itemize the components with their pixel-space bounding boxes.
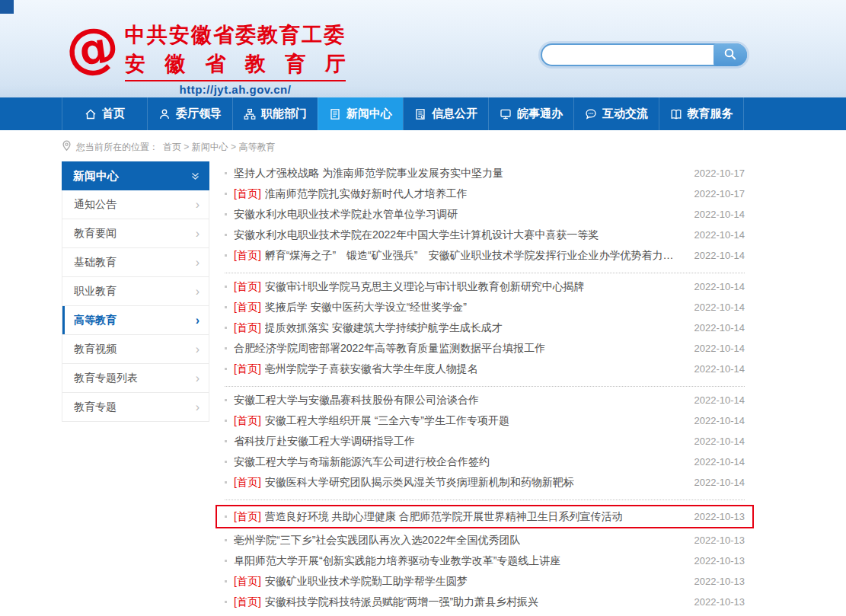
news-date: 2022-10-14 [694,456,745,468]
sidebar-item-label: 教育要闻 [74,227,117,241]
news-date: 2022-10-14 [694,322,745,334]
nav-item-departments[interactable]: 职能部门 [232,97,318,130]
news-link[interactable]: [首页]奖掖后学 安徽中医药大学设立“经世奖学金” [234,301,681,314]
logo-line2: 安徽省教育厅 [125,50,346,81]
breadcrumb-separator: > [181,142,192,152]
sidebar: 新闻中心 通知公告›教育要闻›基础教育›职业教育›高等教育›教育视频›教育专题列… [62,161,209,616]
nav-item-wanshitong[interactable]: 皖事通办 [488,97,573,130]
nav-item-news-center[interactable]: 新闻中心 [318,97,403,130]
breadcrumb-link[interactable]: 高等教育 [238,142,275,152]
news-link[interactable]: [首页]亳州学院学子喜获安徽省大学生年度人物提名 [234,362,681,376]
breadcrumb-link[interactable]: 新闻中心 [192,142,228,152]
news-title: 安徽矿业职业技术学院勤工助学帮学生圆梦 [265,575,468,589]
news-row: [首页]提质效抓落实 安徽建筑大学持续护航学生成长成才2022-10-14 [225,318,745,338]
news-title: 安徽科技学院科技特派员赋能“两增一强”助力萧县乡村振兴 [265,595,538,609]
bullet-icon [225,327,227,329]
news-row: 安徽工程大学与安徽晶赛科技股份有限公司洽谈合作2022-10-14 [225,390,745,410]
sidebar-item-职业教育[interactable]: 职业教育› [62,277,209,306]
chevron-right-icon: › [196,285,200,298]
nav-item-home[interactable]: 首页 [62,97,147,130]
sidebar-item-label: 通知公告 [74,198,117,212]
sidebar-item-教育要闻[interactable]: 教育要闻› [62,219,209,248]
news-link[interactable]: 安徽水利水电职业技术学院在2022年中国大学生计算机设计大赛中喜获一等奖 [234,228,681,242]
news-link[interactable]: [首页]安徽医科大学研究团队揭示类风湿关节炎病理新机制和药物新靶标 [234,476,681,490]
news-row: 安徽工程大学与奇瑞新能源汽车公司进行校企合作签约2022-10-14 [225,452,745,472]
logo-line2-char: 徽 [165,50,186,78]
sidebar-item-教育专题[interactable]: 教育专题› [62,393,209,422]
bullet-icon [225,193,227,195]
home-icon [85,108,97,120]
news-link[interactable]: 阜阳师范大学开展“创新实践能力培养驱动专业教学改革”专题线上讲座 [234,554,681,568]
news-date: 2022-10-14 [694,209,745,220]
content: 新闻中心 通知公告›教育要闻›基础教育›职业教育›高等教育›教育视频›教育专题列… [62,161,846,616]
news-date: 2022-10-14 [694,281,745,292]
breadcrumb-link[interactable]: 首页 [163,142,181,152]
bullet-icon [225,440,227,442]
sidebar-item-通知公告[interactable]: 通知公告› [62,190,209,219]
bullet-icon [225,286,227,288]
news-title: 安徽医科大学研究团队揭示类风湿关节炎病理新机制和药物新靶标 [265,476,574,490]
nav-item-label: 互动交流 [602,107,648,121]
monitor-icon [500,108,512,120]
bullet-icon [225,234,227,236]
sidebar-item-基础教育[interactable]: 基础教育› [62,248,209,277]
news-link[interactable]: 合肥经济学院周密部署2022年高等教育质量监测数据平台填报工作 [234,342,681,356]
search-input[interactable] [542,45,715,65]
news-link[interactable]: [首页]淮南师范学院扎实做好新时代人才培养工作 [234,187,681,201]
news-link[interactable]: 坚持人才强校战略 为淮南师范学院事业发展夯实中坚力量 [234,167,681,180]
sidebar-item-高等教育[interactable]: 高等教育› [62,306,209,335]
nav-item-leaders[interactable]: 委厅领导 [147,97,232,130]
chevron-right-icon: › [196,227,200,241]
news-title: 亳州学院“三下乡”社会实践团队再次入选2022年全国优秀团队 [234,534,520,547]
nav-item-edu-service[interactable]: 教育服务 [659,97,744,130]
sidebar-item-教育专题列表[interactable]: 教育专题列表› [62,364,209,393]
news-link[interactable]: 省科技厅赴安徽工程大学调研指导工作 [234,435,681,448]
news-link[interactable]: 亳州学院“三下乡”社会实践团队再次入选2022年全国优秀团队 [234,534,681,547]
chat-icon [585,108,597,120]
nav-item-interaction[interactable]: 互动交流 [573,97,659,130]
front-page-tag: [首页] [234,476,261,490]
news-date: 2022-10-13 [694,535,745,546]
sidebar-title: 新闻中心 [73,169,119,184]
breadcrumb-prefix: 您当前所在的位置： [76,141,158,154]
nav-item-info-public[interactable]: 信息公开 [403,97,488,130]
search-button[interactable] [714,43,747,66]
news-link[interactable]: [首页]营造良好环境 共助心理健康 合肥师范学院开展世界精神卫生日系列宣传活动 [234,510,681,524]
sidebar-header-news-center[interactable]: 新闻中心 [62,161,209,190]
double-chevron-down-icon [190,171,200,181]
news-link[interactable]: [首页]安徽审计职业学院马克思主义理论与审计职业教育创新研究中心揭牌 [234,280,681,294]
news-link[interactable]: [首页]安徽矿业职业技术学院勤工助学帮学生圆梦 [234,575,681,589]
news-link[interactable]: [首页]提质效抓落实 安徽建筑大学持续护航学生成长成才 [234,321,681,335]
news-title: 阜阳师范大学开展“创新实践能力培养驱动专业教学改革”专题线上讲座 [234,554,560,568]
news-title: 合肥经济学院周密部署2022年高等教育质量监测数据平台填报工作 [234,342,545,356]
news-row: 坚持人才强校战略 为淮南师范学院事业发展夯实中坚力量2022-10-17 [225,163,745,184]
news-date: 2022-10-14 [694,477,745,488]
breadcrumb-links: 首页 > 新闻中心 > 高等教育 [163,141,275,154]
site-logo[interactable]: @ 中共安徽省委教育工委 安徽省教育厅 http://jyt.ah.gov.cn… [65,18,346,96]
news-row: [首页]孵育“煤海之子” 锻造“矿业强兵” 安徽矿业职业技术学院发挥行业企业办学… [225,245,745,266]
chevron-right-icon: › [196,401,200,414]
bullet-icon [225,481,227,484]
news-link[interactable]: 安徽工程大学与安徽晶赛科技股份有限公司洽谈合作 [234,394,681,407]
bullet-icon [225,172,227,174]
news-link[interactable]: 安徽工程大学与奇瑞新能源汽车公司进行校企合作签约 [234,455,681,469]
news-title: 安徽工程大学组织开展 “三全六专”学生工作专项开题 [265,414,509,428]
logo-line2-char: 安 [125,50,145,78]
front-page-tag: [首页] [234,595,261,609]
nav-item-label: 首页 [102,107,125,121]
bullet-icon [225,560,227,562]
news-link[interactable]: 安徽水利水电职业技术学院赴水管单位学习调研 [234,208,681,222]
news-title: 坚持人才强校战略 为淮南师范学院事业发展夯实中坚力量 [234,167,503,180]
logo-text: 中共安徽省委教育工委 安徽省教育厅 http://jyt.ah.gov.cn/ [125,18,346,96]
front-page-tag: [首页] [234,575,261,589]
sidebar-item-教育视频[interactable]: 教育视频› [62,335,209,364]
news-link[interactable]: [首页]安徽工程大学组织开展 “三全六专”学生工作专项开题 [234,414,681,428]
news-group: 安徽工程大学与安徽晶赛科技股份有限公司洽谈合作2022-10-14[首页]安徽工… [225,387,745,500]
news-link[interactable]: [首页]孵育“煤海之子” 锻造“矿业强兵” 安徽矿业职业技术学院发挥行业企业办学… [234,249,681,263]
bullet-icon [225,368,227,370]
front-page-tag: [首页] [234,280,261,294]
news-link[interactable]: [首页]安徽科技学院科技特派员赋能“两增一强”助力萧县乡村振兴 [234,595,681,609]
sidebar-item-label: 教育视频 [74,343,117,356]
news-row: [首页]安徽审计职业学院马克思主义理论与审计职业教育创新研究中心揭牌2022-1… [225,276,745,297]
corner-decoration [0,0,14,14]
